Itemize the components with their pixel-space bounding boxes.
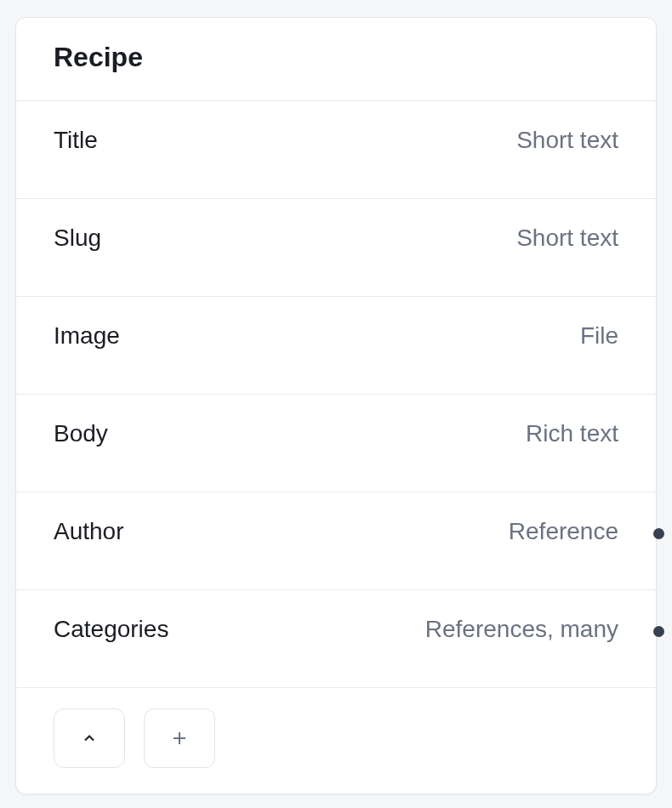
reference-connector-dot (653, 626, 664, 637)
field-name: Title (54, 127, 98, 154)
plus-icon (169, 728, 190, 748)
card-footer (16, 688, 656, 794)
field-row-slug[interactable]: Slug Short text (16, 199, 656, 297)
field-name: Author (54, 518, 124, 545)
field-row-title[interactable]: Title Short text (16, 101, 656, 199)
reference-connector-dot (653, 528, 664, 539)
field-row-author[interactable]: Author Reference (16, 492, 656, 590)
field-type: File (580, 322, 618, 350)
collapse-button[interactable] (54, 708, 125, 768)
field-name: Slug (54, 225, 101, 252)
field-row-categories[interactable]: Categories References, many (16, 590, 656, 688)
field-type: References, many (425, 616, 618, 643)
chevron-up-icon (81, 730, 98, 747)
add-field-button[interactable] (144, 708, 215, 768)
card-header: Recipe (16, 18, 656, 101)
card-title: Recipe (54, 42, 618, 73)
field-type: Reference (509, 518, 618, 545)
canvas-grid-dots (15, 794, 657, 808)
field-row-image[interactable]: Image File (16, 297, 656, 395)
field-name: Body (54, 420, 108, 447)
field-name: Categories (54, 616, 168, 643)
content-model-card: Recipe Title Short text Slug Short text … (15, 17, 657, 794)
field-type: Short text (516, 225, 618, 252)
field-type: Rich text (526, 420, 618, 447)
field-name: Image (54, 322, 120, 350)
field-row-body[interactable]: Body Rich text (16, 395, 656, 492)
field-type: Short text (516, 127, 618, 154)
